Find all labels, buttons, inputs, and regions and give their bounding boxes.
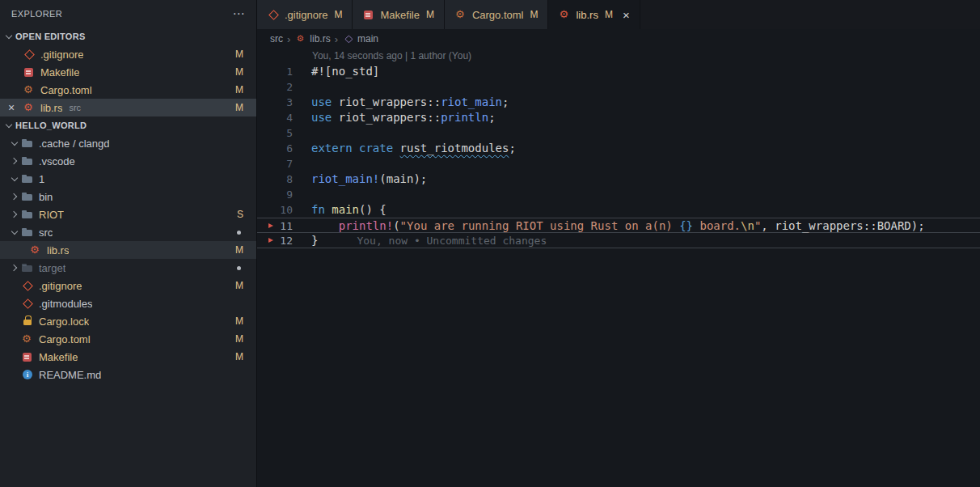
folder-icon [21, 155, 34, 167]
close-icon[interactable]: × [623, 9, 630, 21]
code-token: #![no_std] [311, 65, 379, 78]
codelens-blame[interactable]: You, 14 seconds ago | 1 author (You) [257, 49, 980, 63]
line-content: extern crate rust_riotmodules; [293, 141, 516, 156]
tree-item[interactable]: .vscode [0, 152, 256, 170]
code-line[interactable]: 12}You, now • Uncommitted changes [257, 233, 980, 248]
tree-item[interactable]: bin [0, 188, 256, 205]
breadcrumb-item[interactable]: main [342, 32, 378, 45]
code-line[interactable]: 10fn main() { [257, 202, 980, 218]
code-token: ; [488, 111, 495, 124]
code-line[interactable]: 11 println!("You are running RIOT using … [257, 218, 980, 233]
tab-.gitignore[interactable]: .gitignoreM [257, 0, 353, 29]
chevron-down-icon [10, 138, 19, 148]
line-content [293, 156, 311, 172]
breadcrumb-item[interactable]: src [270, 33, 283, 44]
line-number[interactable]: 9 [257, 187, 293, 202]
gear-icon [23, 83, 36, 96]
file-name: .vscode [39, 155, 75, 167]
file-name: Cargo.lock [39, 315, 89, 328]
line-number[interactable]: 10 [257, 202, 293, 218]
line-number[interactable]: 6 [257, 141, 293, 156]
line-content: use riot_wrappers::riot_main; [293, 95, 509, 110]
chevron-down-icon [4, 121, 14, 130]
tree-item[interactable]: .gitignoreM [0, 277, 256, 294]
code-line[interactable]: 8riot_main!(main); [257, 172, 980, 187]
tab-Makefile[interactable]: MakefileM [353, 0, 444, 29]
tree-item[interactable]: .gitmodules [0, 294, 256, 312]
code-line[interactable]: 7 [257, 156, 980, 172]
code-line[interactable]: 1#![no_std] [257, 64, 980, 79]
file-name: Makefile [39, 351, 78, 363]
breadcrumb-item[interactable]: lib.rs [294, 32, 330, 45]
tree-item[interactable]: MakefileM [0, 348, 256, 366]
code-line[interactable]: 2 [257, 79, 980, 95]
folder-icon [21, 190, 34, 203]
file-name: target [39, 262, 65, 274]
line-content [293, 187, 311, 202]
code-token: \n [741, 219, 754, 232]
breadcrumb-label: lib.rs [310, 33, 330, 44]
line-number[interactable]: 4 [257, 110, 293, 125]
tab-lib.rs[interactable]: lib.rsM× [548, 0, 640, 29]
code-editor[interactable]: 1#![no_std]23use riot_wrappers::riot_mai… [257, 63, 980, 487]
file-tree: .cache / clangd.vscode1binRIOTSsrclib.rs… [0, 134, 256, 383]
vscode-window: EXPLORER ⋯ OPEN EDITORS .gitignoreMMakef… [0, 0, 980, 487]
git-status-badge: M [426, 9, 434, 20]
code-line[interactable]: 5 [257, 125, 980, 141]
line-number[interactable]: 1 [257, 64, 293, 79]
tree-item[interactable]: Cargo.lockM [0, 312, 256, 330]
line-number[interactable]: 12 [257, 233, 293, 248]
code-token: rust_riotmodules [400, 142, 509, 155]
more-actions-icon[interactable]: ⋯ [233, 6, 245, 21]
line-number[interactable]: 8 [257, 172, 293, 187]
folder-icon [21, 226, 34, 239]
explorer-sidebar: EXPLORER ⋯ OPEN EDITORS .gitignoreMMakef… [0, 0, 257, 487]
line-content: println!("You are running RIOT using Rus… [293, 218, 925, 232]
open-editor-item[interactable]: MakefileM [0, 63, 256, 81]
open-editor-item[interactable]: Cargo.tomlM [0, 81, 256, 99]
gutter-mark-icon [268, 238, 273, 243]
file-name: RIOT [39, 209, 64, 221]
git-status-badge: M [334, 9, 342, 20]
tree-item[interactable]: README.md [0, 366, 256, 383]
code-line[interactable]: 4use riot_wrappers::println; [257, 110, 980, 125]
tree-item[interactable]: Cargo.tomlM [0, 330, 256, 348]
code-token: main [332, 203, 359, 216]
tree-item[interactable]: RIOTS [0, 205, 256, 223]
git-status-badge: M [235, 280, 256, 291]
line-number[interactable]: 11 [257, 218, 293, 232]
line-number[interactable]: 2 [257, 79, 293, 95]
code-line[interactable]: 3use riot_wrappers::riot_main; [257, 95, 980, 110]
line-content [293, 125, 311, 141]
gear-icon [454, 8, 467, 21]
code-line[interactable]: 6extern crate rust_riotmodules; [257, 141, 980, 156]
tab-label: lib.rs [576, 9, 598, 21]
tree-item[interactable]: src [0, 223, 256, 241]
close-icon[interactable]: × [8, 102, 23, 113]
line-number[interactable]: 7 [257, 156, 293, 172]
code-token: println! [339, 219, 393, 232]
workspace-header[interactable]: HELLO_WORLD [0, 116, 256, 134]
git-status-badge: M [235, 66, 256, 78]
file-name: .gitmodules [39, 298, 92, 310]
inline-blame: You, now • Uncommitted changes [357, 235, 547, 247]
git-status-badge: M [235, 49, 256, 60]
file-name: .gitignore [39, 280, 82, 292]
code-token: extern crate [311, 142, 400, 155]
tree-item[interactable]: 1 [0, 170, 256, 188]
tree-item[interactable]: lib.rsM [0, 241, 256, 259]
open-editor-item[interactable]: ×lib.rssrcM [0, 99, 256, 116]
line-number[interactable]: 3 [257, 95, 293, 110]
breadcrumb: src›lib.rs›main [257, 29, 980, 49]
open-editor-item[interactable]: .gitignoreM [0, 45, 256, 63]
tree-item[interactable]: .cache / clangd [0, 134, 256, 152]
git-status-badge: M [530, 9, 538, 20]
code-line[interactable]: 9 [257, 187, 980, 202]
breadcrumb-label: main [357, 33, 378, 44]
line-number[interactable]: 5 [257, 125, 293, 141]
tree-item[interactable]: target [0, 259, 256, 277]
open-editors-header[interactable]: OPEN EDITORS [0, 28, 256, 45]
code-token: use [311, 111, 339, 124]
code-token: riot_main [441, 95, 502, 108]
tab-Cargo.toml[interactable]: Cargo.tomlM [445, 0, 549, 29]
